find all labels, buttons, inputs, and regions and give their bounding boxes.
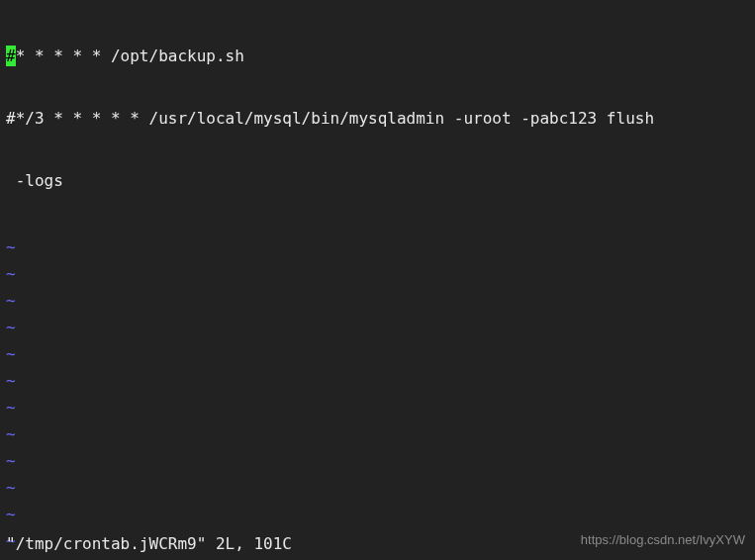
empty-line-tilde: ~: [6, 317, 755, 337]
file-line-1: #* * * * * /opt/backup.sh: [6, 46, 749, 66]
empty-line-tilde: ~: [6, 236, 755, 257]
line1-text: * * * * * /opt/backup.sh: [16, 47, 244, 65]
file-line-2-wrap: -logs: [6, 170, 749, 191]
editor-buffer[interactable]: #* * * * * /opt/backup.sh #*/3 * * * * *…: [0, 0, 755, 233]
empty-line-tilde: ~: [6, 450, 755, 471]
empty-line-tilde: ~: [6, 263, 755, 284]
empty-line-tilde: ~: [6, 397, 755, 418]
file-line-2: #*/3 * * * * * /usr/local/mysql/bin/mysq…: [6, 108, 749, 129]
status-line: "/tmp/crontab.jWCRm9" 2L, 101C: [6, 533, 292, 554]
empty-line-tilde: ~: [6, 370, 755, 391]
cursor: #: [6, 46, 16, 66]
empty-line-tilde: ~: [6, 290, 755, 311]
empty-line-tilde: ~: [6, 423, 755, 444]
watermark-text: https://blog.csdn.net/IvyXYW: [581, 529, 745, 550]
empty-line-tilde: ~: [6, 504, 755, 524]
vi-editor[interactable]: #* * * * * /opt/backup.sh #*/3 * * * * *…: [0, 0, 755, 560]
empty-lines-area: ~~~~~~~~~~~~~~~~~~: [0, 236, 755, 560]
empty-line-tilde: ~: [6, 343, 755, 364]
empty-line-tilde: ~: [6, 477, 755, 498]
